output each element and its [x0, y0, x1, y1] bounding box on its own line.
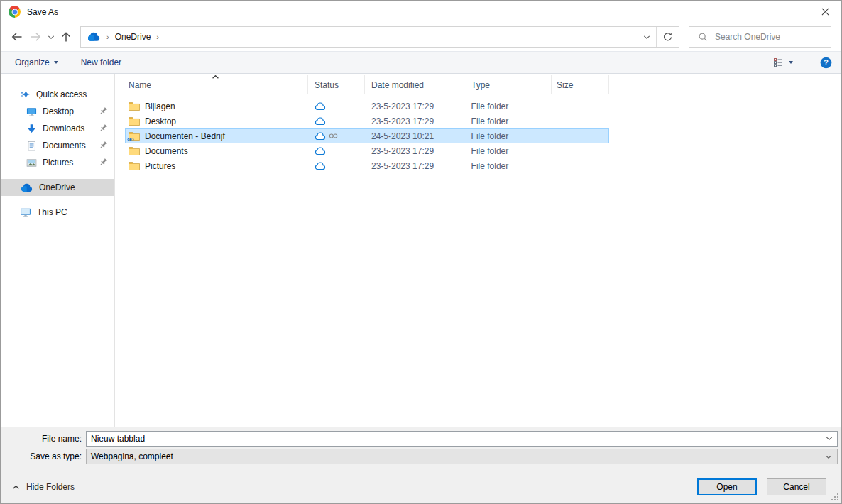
file-name-combo	[86, 431, 838, 447]
name-cell: Documenten - Bedrijf	[126, 131, 308, 141]
date-modified-cell: 23-5-2023 17:29	[365, 116, 466, 126]
address-bar[interactable]: › OneDrive ›	[80, 26, 679, 48]
breadcrumb-separator[interactable]: ›	[151, 33, 165, 41]
dialog-footer: File name: Save as type: Webpagina, comp…	[1, 427, 841, 503]
file-name: Bijlagen	[145, 102, 175, 111]
dialog-content: Quick access Desktop Downloads Documents…	[1, 74, 841, 427]
folder-icon	[129, 161, 140, 170]
pin-icon[interactable]	[99, 141, 108, 150]
column-header-type[interactable]: Type	[466, 75, 552, 94]
type-cell: File folder	[466, 131, 552, 141]
date-modified-cell: 23-5-2023 17:29	[365, 161, 466, 171]
file-list-pane: Name Status Date modified Type Size Bijl…	[115, 74, 841, 427]
column-header-date-modified[interactable]: Date modified	[365, 75, 466, 94]
status-cell	[308, 147, 365, 155]
sidebar-item-label: Desktop	[43, 106, 74, 116]
cloud-status-icon	[315, 147, 326, 155]
file-name-label: File name:	[1, 434, 86, 444]
navigation-pane: Quick access Desktop Downloads Documents…	[1, 74, 115, 427]
chevron-down-icon[interactable]	[826, 436, 833, 441]
file-name: Documenten - Bedrijf	[145, 131, 225, 141]
caret-down-icon	[789, 61, 793, 64]
file-row-bijlagen[interactable]: Bijlagen 23-5-2023 17:29 File folder	[125, 99, 609, 114]
forward-button[interactable]	[26, 28, 45, 46]
column-header-status[interactable]: Status	[308, 75, 365, 94]
sidebar-item-quick-access[interactable]: Quick access	[1, 86, 114, 103]
forward-arrow-icon	[29, 31, 42, 43]
column-header-size[interactable]: Size	[552, 75, 609, 94]
up-button[interactable]	[57, 28, 75, 46]
close-button[interactable]	[809, 1, 841, 22]
help-icon	[820, 57, 832, 69]
status-cell	[308, 132, 365, 141]
file-row-documents[interactable]: Documents 23-5-2023 17:29 File folder	[125, 143, 609, 158]
sidebar-item-onedrive[interactable]: OneDrive	[1, 179, 114, 196]
onedrive-cloud-icon	[87, 32, 101, 42]
open-button-label: Open	[716, 482, 737, 492]
date-modified-cell: 23-5-2023 17:29	[365, 102, 466, 111]
organize-button[interactable]: Organize	[11, 52, 62, 73]
back-button[interactable]	[8, 28, 26, 46]
search-icon	[698, 32, 708, 42]
name-cell: Documents	[126, 146, 308, 156]
sidebar-item-label: Documents	[43, 141, 86, 150]
close-icon	[821, 8, 829, 16]
quick-access-icon	[20, 89, 31, 100]
new-folder-button[interactable]: New folder	[77, 52, 126, 73]
chevron-down-icon	[825, 454, 832, 459]
name-cell: Pictures	[126, 161, 308, 171]
sidebar-item-downloads[interactable]: Downloads	[1, 120, 114, 137]
breadcrumb: › OneDrive ›	[81, 27, 638, 47]
change-view-button[interactable]	[772, 57, 793, 68]
file-name: Desktop	[145, 116, 176, 126]
file-row-desktop[interactable]: Desktop 23-5-2023 17:29 File folder	[125, 114, 609, 128]
sidebar-item-label: This PC	[37, 207, 67, 217]
sidebar-item-label: Quick access	[36, 89, 87, 99]
file-row-pictures[interactable]: Pictures 23-5-2023 17:29 File folder	[125, 158, 609, 173]
recent-locations-button[interactable]	[45, 28, 57, 46]
pin-icon[interactable]	[99, 158, 108, 167]
sidebar-item-desktop[interactable]: Desktop	[1, 103, 114, 120]
this-pc-icon	[20, 207, 31, 218]
cloud-status-icon	[315, 102, 326, 111]
status-cell	[308, 102, 365, 111]
new-folder-label: New folder	[81, 57, 121, 67]
window-title: Save As	[27, 7, 58, 17]
save-as-dialog: Save As › OneDrive › Organize	[0, 0, 842, 504]
type-cell: File folder	[466, 116, 552, 126]
open-button[interactable]: Open	[697, 478, 757, 495]
save-as-type-select[interactable]: Webpagina, compleet	[86, 449, 838, 464]
search-box[interactable]	[689, 26, 831, 48]
help-button[interactable]	[820, 57, 832, 69]
back-arrow-icon	[11, 31, 23, 43]
breadcrumb-separator: ›	[101, 33, 115, 41]
pin-icon[interactable]	[99, 124, 108, 133]
chrome-icon	[9, 6, 21, 18]
sidebar-item-documents[interactable]: Documents	[1, 137, 114, 154]
cloud-status-icon	[315, 117, 326, 126]
downloads-icon	[26, 124, 37, 134]
hide-folders-label: Hide Folders	[26, 482, 75, 492]
file-row-documenten-bedrijf[interactable]: Documenten - Bedrijf 24-5-2023 10:21 Fil…	[125, 128, 609, 143]
save-as-type-value: Webpagina, compleet	[91, 451, 173, 461]
cancel-button[interactable]: Cancel	[767, 478, 826, 495]
type-cell: File folder	[466, 102, 552, 111]
breadcrumb-item-onedrive[interactable]: OneDrive	[115, 32, 151, 42]
resize-grip[interactable]	[831, 493, 839, 501]
file-name-input[interactable]	[86, 431, 838, 447]
sidebar-item-pictures[interactable]: Pictures	[1, 154, 114, 171]
sort-ascending-icon	[212, 75, 219, 80]
hide-folders-button[interactable]: Hide Folders	[12, 482, 75, 492]
type-cell: File folder	[466, 146, 552, 156]
sidebar-item-label: Pictures	[43, 158, 73, 168]
up-arrow-icon	[60, 31, 72, 43]
pin-icon[interactable]	[99, 106, 108, 116]
refresh-button[interactable]	[656, 27, 679, 47]
caret-down-icon	[54, 61, 58, 64]
sidebar-item-this-pc[interactable]: This PC	[1, 204, 114, 221]
address-dropdown-button[interactable]	[638, 27, 656, 47]
search-input[interactable]	[715, 32, 831, 42]
file-name: Documents	[145, 146, 188, 156]
file-name: Pictures	[145, 161, 175, 171]
status-cell	[308, 162, 365, 170]
